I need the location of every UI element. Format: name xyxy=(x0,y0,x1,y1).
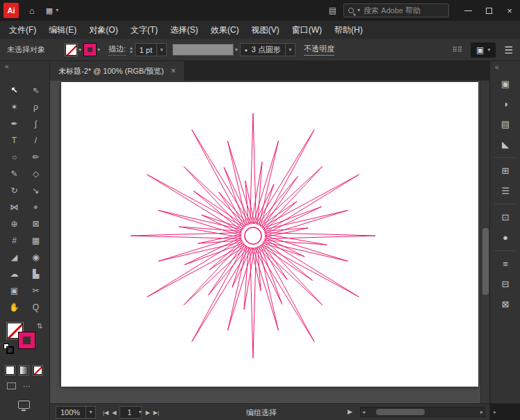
menu-item-select[interactable]: 选择(S) xyxy=(164,24,204,36)
gradient-panel-icon[interactable]: ◣ xyxy=(490,134,520,154)
stroke-weight-input[interactable]: 1 pt ▾ xyxy=(135,43,167,56)
selection-tool[interactable]: ↖ xyxy=(3,82,25,99)
menu-item-edit[interactable]: 编辑(E) xyxy=(42,24,83,36)
close-button[interactable]: × xyxy=(499,0,520,21)
pen-tool[interactable]: ✒ xyxy=(3,115,25,132)
mesh-tool[interactable]: # xyxy=(3,232,25,249)
magic-wand-tool[interactable]: ✶ xyxy=(3,99,25,115)
opacity-panel-link[interactable]: 不透明度 xyxy=(304,44,334,56)
scroll-right-icon[interactable]: ▸ xyxy=(480,409,483,415)
swap-fill-stroke-icon[interactable]: ⇄ xyxy=(36,323,44,328)
lasso-tool[interactable]: ρ xyxy=(25,99,47,115)
properties-panel-icon[interactable]: ▣ xyxy=(490,74,520,94)
stroke-color-control[interactable]: ▾ xyxy=(84,44,100,56)
menu-item-effect[interactable]: 效果(C) xyxy=(204,24,245,36)
artboards-panel-icon[interactable]: ⊟ xyxy=(490,274,520,294)
default-fill-stroke-icon[interactable] xyxy=(3,344,9,349)
scale-tool[interactable]: ↘ xyxy=(25,182,47,199)
none-button[interactable] xyxy=(33,366,42,375)
fill-color-control[interactable]: ▾ xyxy=(65,44,81,56)
stroke-weight-stepper[interactable]: ▴ ▾ xyxy=(130,46,133,54)
width-profile-dropdown-icon[interactable]: ▾ xyxy=(235,47,238,53)
width-profile-preview[interactable] xyxy=(172,44,234,56)
artboard-number-dropdown[interactable]: 1 ▾ xyxy=(120,406,142,419)
workspace-switcher[interactable]: ▦ ▾ xyxy=(46,6,58,15)
blend-tool[interactable]: ◉ xyxy=(25,249,47,266)
asset-export-panel-icon[interactable]: ⊠ xyxy=(490,294,520,314)
shape-builder-tool[interactable]: ⊕ xyxy=(3,216,25,232)
vertical-scrollbar[interactable] xyxy=(480,81,489,403)
transform-panel-icon[interactable]: ⊡ xyxy=(490,207,520,227)
symbol-sprayer-tool[interactable]: ☁ xyxy=(3,266,25,282)
line-segment-tool[interactable]: / xyxy=(25,132,47,149)
color-guide-panel-icon[interactable]: ▤ xyxy=(490,114,520,134)
document-organizer-icon[interactable]: ▤ xyxy=(329,6,336,15)
stroke-swatch[interactable] xyxy=(19,332,35,348)
hand-tool[interactable]: ✋ xyxy=(3,299,25,316)
maximize-button[interactable] xyxy=(478,0,499,21)
shaper-tool[interactable]: ✎ xyxy=(3,165,25,182)
collapse-panels-icon[interactable]: « xyxy=(490,61,520,74)
draw-mode-icon[interactable] xyxy=(7,382,16,389)
slice-tool[interactable]: ✂ xyxy=(25,282,47,299)
zoom-level-dropdown[interactable]: 100% ▾ xyxy=(56,406,96,419)
stepper-down-icon[interactable]: ▾ xyxy=(130,50,133,54)
zoom-dropdown-button[interactable]: ▾ xyxy=(86,407,95,418)
stroke-panel-link[interactable]: 描边: xyxy=(108,44,126,56)
status-menu-arrow-icon[interactable]: ▶ xyxy=(348,408,352,415)
column-graph-tool[interactable]: ▙ xyxy=(25,266,47,282)
workspace-button[interactable]: ▣ ▾ xyxy=(471,42,496,58)
scroll-left-icon[interactable]: ◂ xyxy=(362,409,365,415)
type-tool[interactable]: T xyxy=(3,132,25,149)
previous-artboard-button[interactable]: ◀ xyxy=(112,410,116,416)
brush-definition-dropdown[interactable]: • 3 点圆形 ▾ xyxy=(240,43,295,56)
appearance-panel-icon[interactable]: ● xyxy=(490,227,520,248)
brush-dropdown-button[interactable]: ▾ xyxy=(285,44,295,56)
vertical-scrollbar-thumb[interactable] xyxy=(482,228,489,295)
gradient-button[interactable] xyxy=(19,366,29,375)
canvas[interactable] xyxy=(50,81,489,403)
first-artboard-button[interactable]: |◀ xyxy=(103,410,108,416)
horizontal-scrollbar-thumb[interactable] xyxy=(376,409,425,415)
menu-item-view[interactable]: 视图(V) xyxy=(245,24,286,36)
curvature-tool[interactable]: ∫ xyxy=(25,115,47,132)
home-icon[interactable]: ⌂ xyxy=(29,6,35,16)
zoom-tool[interactable]: Q xyxy=(25,299,47,316)
free-transform-tool[interactable]: ⌖ xyxy=(25,199,47,216)
eraser-tool[interactable]: ◇ xyxy=(25,165,47,182)
libraries-panel-icon[interactable]: ⊞ xyxy=(490,161,520,181)
layers-panel-icon[interactable]: ≡ xyxy=(490,254,520,274)
direct-selection-tool[interactable]: ⇖ xyxy=(25,82,47,99)
artboard-tool[interactable]: ▣ xyxy=(3,282,25,299)
next-artboard-button[interactable]: ▶ xyxy=(145,410,149,416)
ellipse-tool[interactable]: ○ xyxy=(3,149,25,165)
search-input[interactable]: ▾ 搜索 Adobe 帮助 xyxy=(343,3,449,17)
perspective-grid-tool[interactable]: ⊠ xyxy=(25,216,47,232)
close-tab-icon[interactable]: × xyxy=(171,66,176,76)
collapse-toolbar-icon[interactable]: « xyxy=(5,63,9,70)
gradient-tool[interactable]: ▦ xyxy=(25,232,47,249)
menu-item-file[interactable]: 文件(F) xyxy=(3,24,42,36)
paintbrush-tool[interactable]: ✏ xyxy=(25,149,47,165)
panel-menu-icon[interactable]: ☰ xyxy=(504,45,513,56)
color-panel-icon[interactable]: ◑ xyxy=(490,94,520,114)
minimize-button[interactable] xyxy=(457,0,478,21)
grid-dots-icon[interactable]: ⠿⠿ xyxy=(452,46,462,54)
screen-mode-icon[interactable] xyxy=(18,401,30,409)
menu-item-help[interactable]: 帮助(H) xyxy=(328,24,369,36)
horizontal-scrollbar[interactable]: ◂ ▸ xyxy=(360,407,485,417)
chevron-down-icon: ▾ xyxy=(56,8,58,13)
menu-item-window[interactable]: 窗口(W) xyxy=(286,24,328,36)
stroke-weight-dropdown[interactable]: ▾ xyxy=(156,44,166,56)
color-button[interactable] xyxy=(6,366,15,375)
last-artboard-button[interactable]: ▶| xyxy=(154,410,159,416)
width-tool[interactable]: ⋈ xyxy=(3,199,25,216)
edit-toolbar-icon[interactable]: ⋯ xyxy=(23,382,31,389)
eyedropper-tool[interactable]: ◢ xyxy=(3,249,25,266)
menu-item-type[interactable]: 文字(T) xyxy=(124,24,164,36)
chevron-down-icon: ▾ xyxy=(89,410,92,415)
rotate-tool[interactable]: ↻ xyxy=(3,182,25,199)
menu-item-object[interactable]: 对象(O) xyxy=(83,24,124,36)
stroke-panel-icon[interactable]: ☰ xyxy=(490,181,520,201)
document-tab[interactable]: 未标题-2* @ 100% (RGB/预览) × xyxy=(50,61,185,81)
